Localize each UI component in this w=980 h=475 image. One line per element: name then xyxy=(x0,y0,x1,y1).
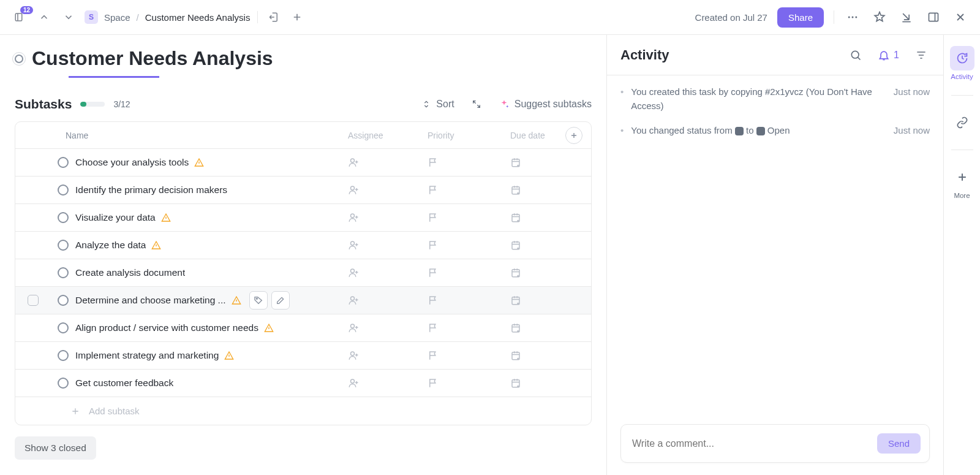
activity-time: Just now xyxy=(894,85,930,113)
priority-cell[interactable] xyxy=(428,267,510,278)
row-status[interactable] xyxy=(58,378,69,389)
assignee-cell[interactable] xyxy=(348,157,428,168)
subtask-name: Implement strategy and marketing xyxy=(75,350,219,361)
table-row[interactable]: Choose your analysis tools xyxy=(15,149,591,177)
subtask-name: Choose your analysis tools xyxy=(75,157,189,168)
sort-button[interactable]: Sort xyxy=(421,99,454,110)
table-row[interactable]: Create analysis document xyxy=(15,259,591,287)
rail-link[interactable] xyxy=(944,108,980,137)
table-row[interactable]: Analyze the data xyxy=(15,232,591,259)
priority-cell[interactable] xyxy=(428,322,510,333)
row-status[interactable] xyxy=(58,212,69,223)
suggest-subtasks-button[interactable]: Suggest subtasks xyxy=(499,99,592,110)
assignee-cell[interactable] xyxy=(348,322,428,333)
priority-cell[interactable] xyxy=(428,212,510,223)
add-subtask-row[interactable]: Add subtask xyxy=(15,397,591,425)
col-name[interactable]: Name xyxy=(51,131,348,140)
activity-item: You created this task by copying #2x1yvc… xyxy=(620,85,930,113)
row-checkbox[interactable] xyxy=(28,295,39,306)
assignee-cell[interactable] xyxy=(348,295,428,306)
svg-point-1 xyxy=(848,17,850,18)
activity-time: Just now xyxy=(894,124,930,138)
priority-cell[interactable] xyxy=(428,184,510,196)
svg-point-24 xyxy=(851,51,859,58)
comment-input[interactable] xyxy=(632,438,877,449)
row-status[interactable] xyxy=(58,157,69,168)
table-row[interactable]: Get customer feedback xyxy=(15,370,591,397)
due-cell[interactable] xyxy=(510,295,565,306)
svg-point-22 xyxy=(351,379,355,383)
collapse-sidebar-button[interactable]: 12 xyxy=(11,9,28,26)
due-cell[interactable] xyxy=(510,157,565,168)
move-task-button[interactable] xyxy=(265,9,282,26)
assignee-cell[interactable] xyxy=(348,350,428,361)
priority-cell[interactable] xyxy=(428,350,510,361)
assignee-cell[interactable] xyxy=(348,184,428,196)
space-icon: S xyxy=(85,10,98,24)
filter-activity-button[interactable] xyxy=(913,47,930,64)
due-cell[interactable] xyxy=(510,350,565,361)
due-cell[interactable] xyxy=(510,240,565,251)
search-activity-button[interactable] xyxy=(847,47,864,64)
download-button[interactable] xyxy=(898,9,915,26)
priority-cell[interactable] xyxy=(428,240,510,251)
nav-next-button[interactable] xyxy=(60,9,77,26)
more-menu-button[interactable] xyxy=(844,9,861,26)
table-row[interactable]: Implement strategy and marketing xyxy=(15,342,591,370)
priority-cell[interactable] xyxy=(428,157,510,168)
svg-point-3 xyxy=(855,17,857,18)
svg-point-5 xyxy=(351,159,355,162)
topbar: 12 S Space / Customer Needs Analysis Cre… xyxy=(0,0,980,35)
assignee-cell[interactable] xyxy=(348,240,428,251)
row-status[interactable] xyxy=(58,295,69,306)
assignee-cell[interactable] xyxy=(348,267,428,278)
due-cell[interactable] xyxy=(510,378,565,389)
topbar-right: Created on Jul 27 Share xyxy=(695,7,969,28)
send-button[interactable]: Send xyxy=(877,433,921,454)
priority-cell[interactable] xyxy=(428,378,510,389)
table-row[interactable]: Visualize your data xyxy=(15,204,591,232)
col-assignee[interactable]: Assignee xyxy=(348,131,428,140)
expand-button[interactable] xyxy=(472,99,481,109)
add-column-button[interactable] xyxy=(565,127,582,144)
nav-prev-button[interactable] xyxy=(36,9,53,26)
row-status[interactable] xyxy=(58,322,69,333)
task-title[interactable]: Customer Needs Analysis xyxy=(32,47,273,70)
subtasks-progress-text: 3/12 xyxy=(113,99,130,109)
rail-activity[interactable]: Activity xyxy=(944,44,980,83)
due-cell[interactable] xyxy=(510,267,565,278)
row-status[interactable] xyxy=(58,267,69,278)
row-status[interactable] xyxy=(58,350,69,361)
breadcrumb-current[interactable]: Customer Needs Analysis xyxy=(145,12,251,23)
rail-more[interactable]: More xyxy=(944,162,980,202)
svg-point-13 xyxy=(351,269,355,273)
close-button[interactable] xyxy=(952,9,969,26)
table-row[interactable]: Identify the primary decision makers xyxy=(15,177,591,204)
favorite-button[interactable] xyxy=(871,9,888,26)
add-button[interactable] xyxy=(288,9,306,26)
tag-button[interactable] xyxy=(249,291,268,310)
edit-button[interactable] xyxy=(271,291,290,310)
row-status[interactable] xyxy=(58,240,69,251)
due-cell[interactable] xyxy=(510,212,565,223)
notifications-button[interactable]: 1 xyxy=(878,49,899,61)
table-row[interactable]: Determine and choose marketing ... xyxy=(15,287,591,314)
task-status-circle[interactable] xyxy=(15,55,23,63)
share-button[interactable]: Share xyxy=(777,7,824,28)
col-priority[interactable]: Priority xyxy=(428,131,510,140)
sidebar-toggle-button[interactable] xyxy=(925,9,942,26)
col-due[interactable]: Due date xyxy=(510,131,565,140)
assignee-cell[interactable] xyxy=(348,378,428,389)
show-closed-button[interactable]: Show 3 closed xyxy=(15,436,96,460)
table-header: Name Assignee Priority Due date xyxy=(15,122,591,149)
table-row[interactable]: Align product / service with customer ne… xyxy=(15,314,591,342)
due-cell[interactable] xyxy=(510,322,565,333)
breadcrumb-space[interactable]: Space xyxy=(104,12,130,23)
svg-point-15 xyxy=(256,298,257,299)
due-cell[interactable] xyxy=(510,184,565,196)
subtasks-table: Name Assignee Priority Due date Choose y… xyxy=(15,121,592,425)
assignee-cell[interactable] xyxy=(348,212,428,223)
row-status[interactable] xyxy=(58,184,69,196)
svg-point-16 xyxy=(351,297,355,300)
priority-cell[interactable] xyxy=(428,295,510,306)
